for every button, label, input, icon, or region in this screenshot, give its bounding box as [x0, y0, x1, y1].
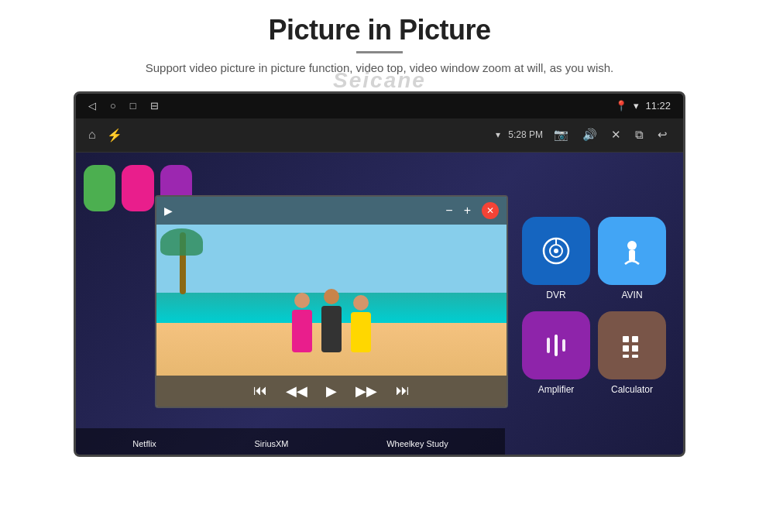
pip-close-btn[interactable]: ✕: [482, 202, 499, 219]
svg-rect-11: [623, 345, 629, 352]
play-pause-btn[interactable]: ▶: [326, 383, 337, 400]
device-frame: ◁ ○ □ ⊟ 📍 ▾ 11:22 ⌂ ⚡ ▾ 5:28 PM 📷 🔊: [74, 91, 685, 457]
status-bar-left: ◁ ○ □ ⊟: [88, 100, 159, 112]
pip-maximize-btn[interactable]: +: [464, 204, 471, 218]
wifi-toolbar-icon: ▾: [496, 129, 500, 140]
wheelkey-bottom-label: Wheelkey Study: [386, 439, 448, 448]
avin-label: AVIN: [621, 290, 642, 300]
dvr-app[interactable]: DVR: [522, 217, 590, 300]
amplifier-app[interactable]: Amplifier: [522, 311, 590, 395]
toolbar: ⌂ ⚡ ▾ 5:28 PM 📷 🔊 ✕ ⧉ ↩: [76, 118, 683, 153]
svg-rect-8: [562, 339, 565, 352]
amplifier-icon: [522, 311, 590, 379]
status-bar: ◁ ○ □ ⊟ 📍 ▾ 11:22: [76, 94, 683, 118]
calculator-label: Calculator: [611, 384, 653, 395]
svg-rect-12: [632, 345, 638, 352]
subtitle-text: Support video picture in picture functio…: [77, 60, 682, 77]
bottom-app-labels: Netflix SiriusXM Wheelkey Study: [76, 428, 505, 457]
svg-rect-6: [547, 338, 550, 353]
back-toolbar-btn[interactable]: ↩: [654, 126, 671, 143]
avin-icon: [598, 217, 666, 285]
page-title: Picture in Picture: [0, 14, 759, 46]
beach-background: [156, 225, 507, 376]
toolbar-left: ⌂ ⚡: [88, 128, 122, 142]
calculator-svg: [616, 330, 647, 361]
status-bar-right: 📍 ▾ 11:22: [615, 100, 671, 112]
close-toolbar-btn[interactable]: ✕: [608, 126, 624, 143]
prev-btn[interactable]: ⏮: [253, 383, 267, 399]
svg-point-2: [554, 249, 558, 253]
pip-play-indicator: ▶: [164, 204, 173, 217]
calculator-app[interactable]: Calculator: [598, 311, 666, 395]
pip-window-controls: − + ✕: [445, 202, 499, 219]
location-icon: 📍: [615, 100, 627, 112]
amplifier-svg: [541, 330, 572, 361]
page-container: Seicane Picture in Picture Support video…: [0, 0, 759, 532]
back-icon[interactable]: ◁: [88, 100, 96, 112]
screenshot-icon[interactable]: ⊟: [150, 100, 159, 112]
home-icon[interactable]: ○: [110, 100, 116, 112]
rewind-btn[interactable]: ◀◀: [286, 383, 307, 400]
dvr-icon: [522, 217, 590, 285]
dvr-label: DVR: [546, 290, 565, 300]
pip-window[interactable]: ▶ − + ✕: [155, 195, 508, 408]
title-divider: [356, 51, 403, 53]
status-time: 11:22: [645, 100, 671, 112]
svg-rect-13: [623, 355, 629, 358]
netflix-icon-partial[interactable]: [84, 165, 115, 211]
person-2: [321, 289, 342, 352]
next-btn[interactable]: ⏭: [396, 383, 410, 399]
recents-icon[interactable]: □: [130, 100, 136, 112]
toolbar-right: ▾ 5:28 PM 📷 🔊 ✕ ⧉ ↩: [496, 126, 671, 143]
amplifier-label: Amplifier: [538, 384, 575, 395]
header-section: Picture in Picture Support video picture…: [0, 0, 759, 84]
avin-app[interactable]: AVIN: [598, 217, 666, 300]
svg-rect-9: [623, 336, 629, 342]
apps-row-top: DVR AVIN: [514, 217, 674, 300]
apps-row-bottom: Amplifier: [514, 311, 674, 395]
camera-toolbar-btn[interactable]: 📷: [551, 126, 572, 143]
dvr-svg: [540, 235, 572, 267]
siriusxm-bottom-label: SiriusXM: [255, 439, 289, 448]
svg-rect-5: [629, 250, 635, 261]
svg-rect-14: [632, 355, 638, 358]
svg-rect-7: [555, 335, 558, 356]
svg-point-4: [627, 241, 637, 250]
wifi-icon: ▾: [634, 100, 639, 112]
pip-toolbar-btn[interactable]: ⧉: [632, 126, 647, 143]
toolbar-time: 5:28 PM: [508, 129, 543, 140]
volume-toolbar-btn[interactable]: 🔊: [579, 126, 600, 143]
svg-rect-10: [632, 336, 638, 342]
calculator-icon: [598, 311, 666, 379]
pip-minimize-btn[interactable]: −: [445, 204, 452, 218]
apps-right: DVR AVIN: [505, 153, 683, 457]
main-content: ▶ − + ✕: [76, 153, 683, 457]
person-3: [351, 295, 371, 352]
siriusxm-icon-partial[interactable]: [122, 165, 153, 211]
netflix-bottom-label: Netflix: [132, 439, 156, 448]
avin-svg: [616, 235, 648, 267]
pip-titlebar: ▶ − + ✕: [156, 197, 507, 225]
home-toolbar-icon[interactable]: ⌂: [88, 128, 96, 142]
video-controls-bar: ⏮ ◀◀ ▶ ▶▶ ⏭: [156, 376, 507, 407]
person-1: [292, 293, 312, 352]
forward-btn[interactable]: ▶▶: [355, 383, 377, 400]
palm-leaves: [160, 228, 203, 256]
beach-people: [292, 289, 371, 352]
usb-icon[interactable]: ⚡: [107, 128, 122, 142]
